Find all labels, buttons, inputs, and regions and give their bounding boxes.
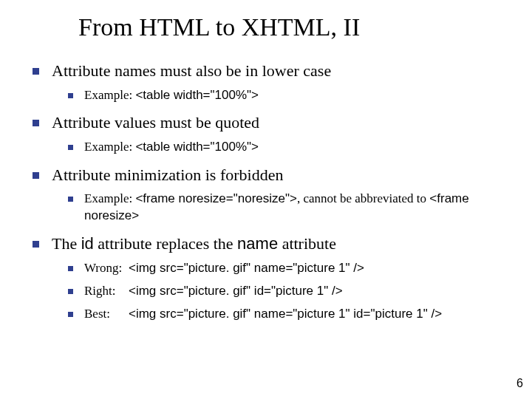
example-label: Example: [84,191,135,205]
id-word: id [81,234,94,253]
page-title: From HTML to XHTML, II [78,13,504,41]
bullet-text-post: attribute [278,234,336,253]
example-mid: , cannot be abbreviated to [297,191,429,205]
sub-bullet-item: Right:<img src="picture. gif" id="pictur… [68,283,504,300]
example-code: <frame noresize="noresize"> [135,191,297,205]
bullet-item: Attribute minimization is forbidden Exam… [33,165,504,225]
example-label: Example: [84,88,135,102]
example-code: <table width="100%"> [135,140,259,154]
bullet-text: Attribute names must also be in lower ca… [52,61,331,80]
bullet-square-icon [33,241,39,248]
bullet-square-icon [68,289,73,294]
sub-bullet-item: Best:<img src="picture. gif" name="pictu… [68,306,504,323]
page-number: 6 [516,377,523,390]
bullet-list-level2: Example: <table width="100%"> [68,87,504,104]
slide: From HTML to XHTML, II Attribute names m… [0,0,532,399]
bullet-square-icon [68,145,73,150]
bullet-item: The id attribute replaces the name attri… [33,233,504,322]
bullet-list-level2: Wrong:<img src="picture. gif" name="pict… [68,260,504,323]
bullet-text-mid: attribute replaces the [94,234,237,253]
row-label-best: Best: [84,306,129,323]
bullet-square-icon [68,312,73,317]
row-code: <img src="picture. gif" name="picture 1"… [129,261,364,275]
row-label-right: Right: [84,283,129,300]
bullet-square-icon [33,68,39,75]
bullet-square-icon [68,266,73,271]
bullet-text: Attribute values must be quoted [52,113,259,132]
bullet-square-icon [68,93,73,98]
bullet-text: Attribute minimization is forbidden [52,166,283,184]
bullet-square-icon [33,120,39,126]
example-label: Example: [84,140,135,154]
bullet-text-pre: The [52,234,81,253]
bullet-square-icon [33,172,39,179]
row-label-wrong: Wrong: [84,260,129,277]
bullet-square-icon [68,197,73,202]
bullet-list-level1: Attribute names must also be in lower ca… [33,61,504,323]
bullet-list-level2: Example: <frame noresize="noresize">, ca… [68,191,504,225]
sub-bullet-item: Example: <table width="100%"> [68,139,504,156]
sub-bullet-item: Wrong:<img src="picture. gif" name="pict… [68,260,504,277]
name-word: name [237,234,278,253]
row-code: <img src="picture. gif" name="picture 1"… [129,307,442,321]
bullet-list-level2: Example: <table width="100%"> [68,139,504,156]
bullet-item: Attribute values must be quoted Example:… [33,112,504,155]
bullet-item: Attribute names must also be in lower ca… [33,61,504,103]
sub-bullet-item: Example: <frame noresize="noresize">, ca… [68,191,504,225]
sub-bullet-item: Example: <table width="100%"> [68,87,504,104]
example-code: <table width="100%"> [135,88,259,102]
row-code: <img src="picture. gif" id="picture 1" /… [129,284,343,298]
